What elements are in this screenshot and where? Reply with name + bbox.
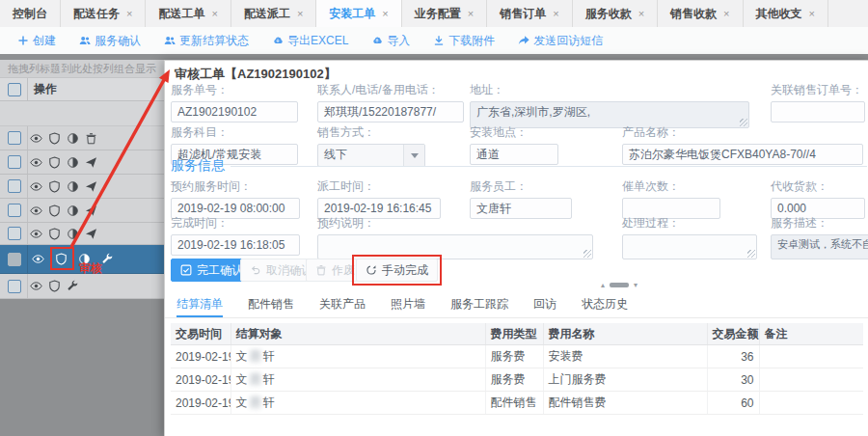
tab-parts-sales[interactable]: 配件销售 xyxy=(248,292,294,317)
table-row[interactable] xyxy=(0,126,164,150)
row-checkbox[interactable] xyxy=(8,204,21,217)
resize-grip-icon[interactable] xyxy=(747,250,755,258)
tab-label: 配送工单 xyxy=(158,6,204,22)
resize-grip-icon[interactable] xyxy=(583,250,591,258)
tab-delivery-task[interactable]: 配送任务× xyxy=(61,0,146,27)
process-textarea[interactable] xyxy=(622,234,757,259)
tab-console[interactable]: 控制台 xyxy=(0,0,61,27)
review-shield-icon[interactable] xyxy=(48,156,61,169)
tab-settle-list[interactable]: 结算清单 xyxy=(176,292,223,317)
tab-photo-wall[interactable]: 照片墙 xyxy=(391,292,425,317)
table-row[interactable] xyxy=(0,150,164,175)
field-label: 服务员工： xyxy=(470,178,572,195)
drag-handle-icon[interactable] xyxy=(610,283,629,287)
view-icon[interactable] xyxy=(32,253,44,265)
table-row[interactable] xyxy=(0,223,164,245)
tab-sales-order[interactable]: 销售订单× xyxy=(487,0,572,27)
contrast-icon[interactable] xyxy=(67,180,79,193)
manual-finish-wrench-icon[interactable] xyxy=(67,280,79,292)
update-settle-status-button[interactable]: 更新结算状态 xyxy=(164,33,249,49)
table-row[interactable] xyxy=(0,199,164,223)
download-attachment-button[interactable]: 下载附件 xyxy=(433,33,495,49)
manual-finish-button[interactable]: 手动完成 xyxy=(356,259,438,282)
table-row[interactable] xyxy=(0,175,164,199)
view-icon[interactable] xyxy=(30,280,42,292)
contrast-icon[interactable] xyxy=(67,204,79,217)
service-confirm-button[interactable]: 服务确认 xyxy=(79,33,141,49)
dispatch-icon[interactable] xyxy=(85,180,97,193)
close-icon[interactable]: × xyxy=(553,8,558,19)
contrast-icon[interactable] xyxy=(67,156,79,169)
related-order-input[interactable] xyxy=(771,101,865,123)
view-icon[interactable] xyxy=(30,180,42,193)
tab-sales-receipt[interactable]: 销售收款× xyxy=(658,0,743,27)
tab-business-config[interactable]: 业务配置× xyxy=(402,0,487,27)
tab-install-order[interactable]: 安装工单× xyxy=(316,0,401,27)
redacted-text: 唐 xyxy=(250,395,261,409)
table-row[interactable] xyxy=(0,274,164,299)
row-checkbox[interactable] xyxy=(8,131,21,145)
select-all-checkbox[interactable] xyxy=(8,83,21,96)
users-icon xyxy=(79,35,91,46)
field-dispatch-time: 派工时间： 2019-02-19 16:16:45 xyxy=(317,178,441,219)
import-button[interactable]: 导入 xyxy=(371,33,410,49)
tab-delivery-dispatch[interactable]: 配送派工× xyxy=(231,0,316,27)
dispatch-icon[interactable] xyxy=(85,204,97,217)
contact-input[interactable]: 郑琪琪/15220187877/ xyxy=(317,101,464,123)
tab-other-income[interactable]: 其他收支× xyxy=(744,0,828,27)
annotation-highlight-box xyxy=(50,247,74,270)
dispatch-icon[interactable] xyxy=(85,156,97,169)
chevron-down-icon[interactable]: ▾ xyxy=(634,281,637,289)
tab-related-products[interactable]: 关联产品 xyxy=(319,292,366,317)
cloud-upload-icon xyxy=(371,35,383,46)
tab-follow-up[interactable]: 回访 xyxy=(533,292,556,317)
close-icon[interactable]: × xyxy=(809,8,815,19)
review-shield-icon[interactable] xyxy=(48,180,61,193)
contrast-icon[interactable] xyxy=(67,132,79,145)
create-button[interactable]: 创建 xyxy=(17,33,56,49)
row-checkbox[interactable] xyxy=(8,253,21,266)
contrast-icon[interactable] xyxy=(67,228,79,240)
review-shield-icon[interactable] xyxy=(48,228,61,240)
table-row-selected[interactable]: 审核 xyxy=(0,245,164,274)
tab-status-history[interactable]: 状态历史 xyxy=(582,292,628,317)
service-desc-textarea[interactable]: 安卓测试，系统不自动确认 xyxy=(771,234,868,259)
send-visit-sms-button[interactable]: 发送回访短信 xyxy=(518,33,603,49)
delete-icon[interactable] xyxy=(85,132,97,145)
field-label: 派工时间： xyxy=(317,178,441,195)
view-icon[interactable] xyxy=(30,156,42,169)
manual-finish-wrench-icon[interactable] xyxy=(101,253,114,265)
action-label: 服务确认 xyxy=(95,33,141,49)
detail-tab-bar: 结算清单 配件销售 关联产品 照片墙 服务工跟踪 回访 状态历史 xyxy=(165,292,868,318)
action-label: 创建 xyxy=(33,33,56,49)
row-checkbox[interactable] xyxy=(8,227,21,240)
close-icon[interactable]: × xyxy=(468,8,474,19)
export-excel-button[interactable]: 导出EXCEL xyxy=(272,33,348,49)
row-checkbox[interactable] xyxy=(8,179,21,193)
service-no-input[interactable]: AZ1902190102 xyxy=(171,101,298,123)
view-icon[interactable] xyxy=(30,204,42,217)
review-shield-icon[interactable] xyxy=(48,204,61,217)
close-icon[interactable]: × xyxy=(638,8,644,19)
view-icon[interactable] xyxy=(30,132,42,145)
close-icon[interactable]: × xyxy=(126,8,132,19)
checkbox-cell xyxy=(0,223,28,244)
close-icon[interactable]: × xyxy=(382,8,388,19)
close-icon[interactable]: × xyxy=(723,8,729,19)
tab-delivery-order[interactable]: 配送工单× xyxy=(146,0,231,27)
panel-splitter[interactable]: ▴ ▾ xyxy=(601,281,637,289)
tab-service-tracking[interactable]: 服务工跟踪 xyxy=(450,292,508,317)
row-checkbox[interactable] xyxy=(8,155,21,169)
row-checkbox[interactable] xyxy=(8,280,21,293)
view-icon[interactable] xyxy=(30,228,42,240)
service-info-section: 服务信息 xyxy=(171,157,867,175)
tab-service-receipt[interactable]: 服务收款× xyxy=(573,0,658,27)
modal-title: 审核工单【AZ1902190102】 xyxy=(175,66,337,83)
close-icon[interactable]: × xyxy=(297,8,303,19)
dispatch-icon[interactable] xyxy=(85,228,97,240)
review-shield-icon[interactable] xyxy=(48,132,61,145)
chevron-up-icon[interactable]: ▴ xyxy=(601,281,605,289)
finish-time-input[interactable]: 2019-02-19 16:18:05 xyxy=(171,234,300,256)
close-icon[interactable]: × xyxy=(211,8,217,19)
review-shield-icon[interactable] xyxy=(48,280,61,292)
